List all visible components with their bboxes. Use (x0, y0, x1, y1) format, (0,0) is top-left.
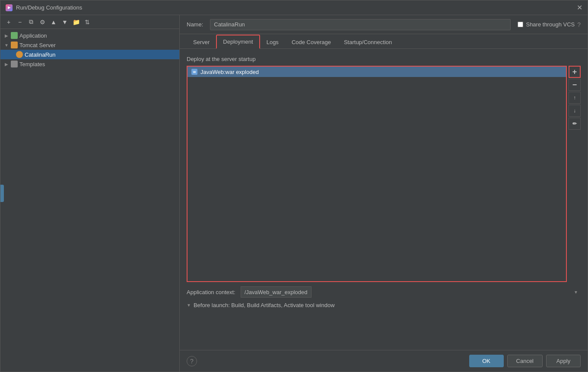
tab-server[interactable]: Server (187, 35, 216, 48)
ok-button[interactable]: OK (469, 355, 504, 367)
before-launch-label: Before launch: Build, Build Artifacts, A… (194, 302, 335, 308)
left-edge-indicator (0, 185, 4, 202)
tomcat-icon (11, 42, 18, 48)
app-context-select-wrapper: /JavaWeb_war_exploded (241, 286, 581, 298)
edit-deploy-button[interactable]: ✏ (569, 118, 581, 130)
share-checkbox[interactable] (518, 22, 523, 27)
app-context-row: Application context: /JavaWeb_war_explod… (187, 282, 581, 298)
war-exploded-icon: W (191, 68, 198, 75)
apply-button[interactable]: Apply (546, 355, 581, 367)
app-context-select[interactable]: /JavaWeb_war_exploded (241, 286, 311, 298)
collapse-before-launch-icon[interactable]: ▼ (187, 303, 191, 308)
sidebar-item-application[interactable]: ▶ Application (0, 31, 179, 40)
deployment-content: Deploy at the server startup W JavaWeb:w… (180, 49, 588, 350)
catalina-icon (16, 51, 23, 58)
deploy-item-label: JavaWeb:war exploded (200, 69, 259, 75)
application-label: Application (19, 32, 47, 39)
tabs-bar: Server Deployment Logs Code Coverage Sta… (180, 34, 588, 49)
close-button[interactable]: ✕ (577, 4, 582, 11)
share-help-icon[interactable]: ? (577, 21, 581, 28)
remove-deploy-button[interactable]: − (569, 79, 581, 91)
deploy-list-item[interactable]: W JavaWeb:war exploded (188, 67, 566, 77)
move-up-button[interactable]: ▲ (49, 17, 58, 27)
move-down-deploy-button[interactable]: ↓ (569, 105, 581, 117)
application-icon (11, 32, 18, 39)
move-down-button[interactable]: ▼ (60, 17, 70, 27)
sidebar-item-tomcat[interactable]: ▼ Tomcat Server (0, 40, 179, 50)
title-bar: ▶ Run/Debug Configurations ✕ (0, 0, 588, 15)
sidebar-item-catalinarun[interactable]: CatalinaRun (0, 50, 179, 59)
name-label: Name: (187, 21, 203, 28)
name-input[interactable] (210, 19, 511, 30)
app-context-label: Application context: (187, 289, 235, 295)
window-title: Run/Debug Configurations (16, 4, 82, 11)
remove-config-button[interactable]: − (15, 17, 25, 27)
folder-button[interactable]: 📁 (71, 17, 81, 27)
help-button[interactable]: ? (187, 356, 197, 366)
tab-logs[interactable]: Logs (260, 35, 285, 48)
deploy-at-startup-label: Deploy at the server startup (187, 56, 581, 62)
tab-code-coverage[interactable]: Code Coverage (285, 35, 337, 48)
copy-config-button[interactable]: ⧉ (26, 17, 36, 27)
tab-deployment[interactable]: Deployment (216, 35, 260, 49)
before-launch-row: ▼ Before launch: Build, Build Artifacts,… (187, 298, 581, 308)
expand-arrow-tomcat: ▼ (4, 43, 9, 48)
tomcat-label: Tomcat Server (19, 42, 56, 48)
sort-button[interactable]: ⇅ (83, 17, 92, 27)
app-logo: ▶ (6, 4, 13, 11)
deploy-list: W JavaWeb:war exploded (188, 67, 566, 281)
templates-icon (11, 61, 18, 67)
share-label: Share through VCS (526, 21, 575, 28)
left-toolbar: + − ⧉ ⚙ ▲ ▼ 📁 ⇅ (0, 15, 179, 29)
catalina-label: CatalinaRun (25, 51, 56, 58)
config-tree: ▶ Application ▼ Tomcat Server CatalinaRu… (0, 29, 179, 372)
expand-arrow-application: ▶ (4, 33, 9, 38)
bottom-bar: ? OK Cancel Apply (180, 350, 588, 372)
sidebar-item-templates[interactable]: ▶ Templates (0, 59, 179, 69)
name-row: Name: Share through VCS ? (180, 15, 588, 34)
tab-startup-connection[interactable]: Startup/Connection (337, 35, 398, 48)
move-up-deploy-button[interactable]: ↑ (569, 92, 581, 104)
expand-arrow-templates: ▶ (4, 62, 9, 67)
templates-label: Templates (19, 61, 45, 67)
add-deploy-button[interactable]: + (569, 66, 581, 78)
settings-button[interactable]: ⚙ (38, 17, 47, 27)
cancel-button[interactable]: Cancel (507, 355, 543, 367)
add-config-button[interactable]: + (4, 17, 13, 27)
